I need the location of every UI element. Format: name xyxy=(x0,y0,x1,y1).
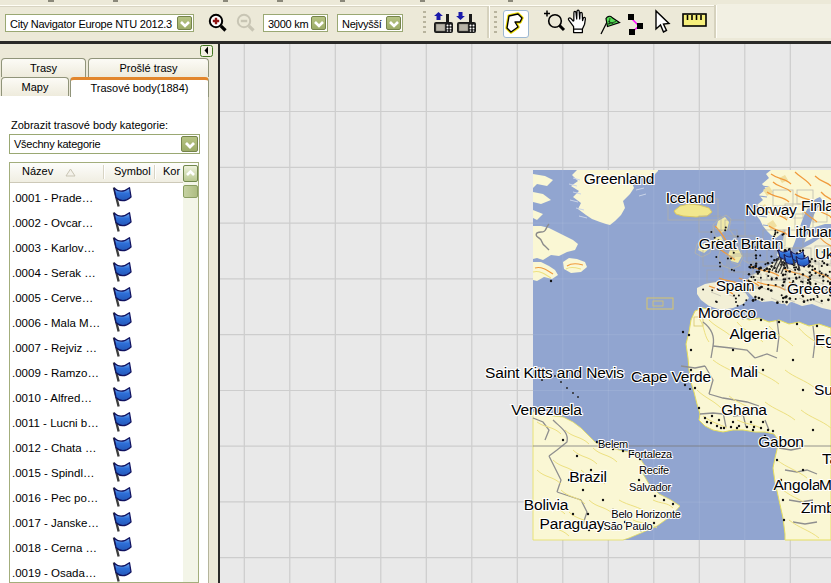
svg-text:Ukraine: Ukraine xyxy=(815,245,831,262)
svg-text:Salvador: Salvador xyxy=(629,481,671,493)
svg-text:Belo Horizonte: Belo Horizonte xyxy=(611,508,680,520)
svg-text:Sudan: Sudan xyxy=(814,381,831,398)
svg-text:Cape Verde: Cape Verde xyxy=(631,368,711,385)
svg-text:Saint Kitts and Nevis: Saint Kitts and Nevis xyxy=(485,364,624,381)
svg-text:Finland: Finland xyxy=(801,197,831,214)
svg-text:Spain: Spain xyxy=(716,277,755,294)
svg-text:Iceland: Iceland xyxy=(666,189,715,206)
svg-text:Angola: Angola xyxy=(773,476,821,493)
svg-text:Norway: Norway xyxy=(745,201,797,218)
svg-text:Zimbabwe: Zimbabwe xyxy=(801,499,831,516)
svg-text:Mali: Mali xyxy=(730,363,758,380)
svg-text:Paraguay: Paraguay xyxy=(540,515,605,532)
svg-text:Brazil: Brazil xyxy=(569,468,607,485)
svg-text:Belem: Belem xyxy=(598,438,628,450)
svg-text:Recife: Recife xyxy=(639,464,669,476)
svg-text:Bolivia: Bolivia xyxy=(524,496,569,513)
svg-text:Tanzania: Tanzania xyxy=(822,450,831,467)
svg-text:Algeria: Algeria xyxy=(730,325,777,342)
svg-text:São Paulo: São Paulo xyxy=(604,520,653,532)
svg-text:Venezuela: Venezuela xyxy=(511,401,582,418)
svg-text:Fortaleza: Fortaleza xyxy=(628,448,673,460)
svg-text:Morocco: Morocco xyxy=(698,304,756,321)
svg-text:Great Britain: Great Britain xyxy=(699,235,783,252)
svg-text:Mal: Mal xyxy=(819,476,831,493)
svg-text:Greece: Greece xyxy=(787,280,831,297)
svg-text:Egypt: Egypt xyxy=(815,331,831,348)
svg-text:Gabon: Gabon xyxy=(758,433,804,450)
svg-text:Ghana: Ghana xyxy=(721,401,767,418)
svg-text:Lithuania: Lithuania xyxy=(787,223,831,240)
svg-text:Greenland: Greenland xyxy=(584,170,655,187)
